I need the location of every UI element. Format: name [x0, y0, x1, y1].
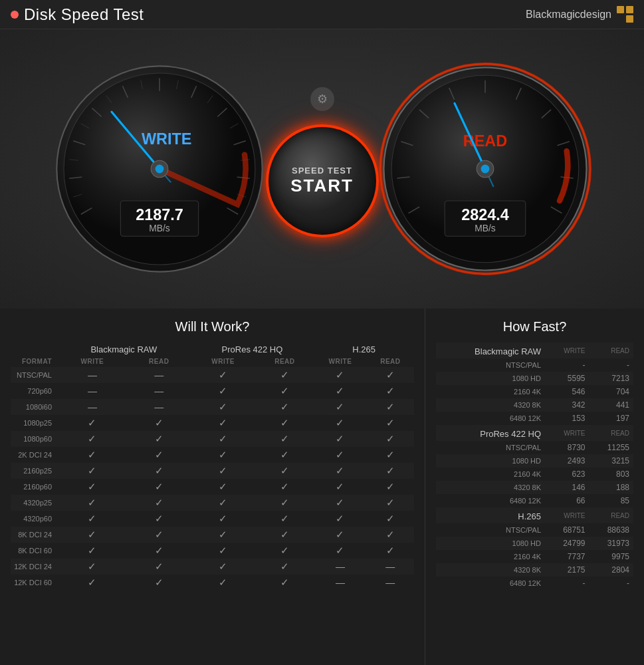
write-gauge: WRITE 2187.7 MB/s — [53, 63, 266, 275]
table-row: 2160 4K 546 704 — [436, 385, 633, 398]
start-label: START — [290, 176, 354, 196]
group-header-row: Blackmagic RAW WRITE READ — [436, 342, 633, 358]
how-fast-panel: How Fast? Blackmagic RAW WRITE READ NTSC… — [425, 309, 644, 665]
table-row: 2160p25 ✓✓ ✓✓ ✓✓ — [11, 463, 414, 479]
speed-test-label: SPEED TEST — [292, 166, 352, 176]
table-row: 4320p60 ✓✓ ✓✓ ✓✓ — [11, 511, 414, 527]
table-row: 4320p25 ✓✓ ✓✓ ✓✓ — [11, 495, 414, 511]
table-row: 2160p60 ✓✓ ✓✓ ✓✓ — [11, 479, 414, 495]
group-header-row: ProRes 422 HQ WRITE READ — [436, 425, 633, 441]
brand-name: Blackmagicdesign — [526, 9, 611, 21]
table-row: 4320 8K 342 441 — [436, 398, 633, 412]
brand-logo: Blackmagicdesign — [526, 6, 633, 23]
will-it-work-table: Blackmagic RAW ProRes 422 HQ H.265 FORMA… — [11, 342, 414, 591]
how-fast-table: Blackmagic RAW WRITE READ NTSC/PAL - - 1… — [436, 342, 633, 590]
svg-text:2187.7: 2187.7 — [136, 206, 183, 223]
table-row: 720p60 —— ✓✓ ✓✓ — [11, 383, 414, 399]
table-row: 12K DCI 24 ✓✓ ✓✓ —— — [11, 559, 414, 575]
read-gauge-svg: READ 2824.4 MB/s — [379, 63, 591, 275]
brand-sq-1 — [617, 6, 624, 13]
app-title: Disk Speed Test — [24, 5, 144, 24]
gauge-area: WRITE 2187.7 MB/s ⚙ SPEED TEST START — [0, 29, 644, 309]
bottom-section: Will It Work? Blackmagic RAW ProRes 422 … — [0, 309, 644, 665]
table-row: 1080p60 ✓✓ ✓✓ ✓✓ — [11, 431, 414, 447]
svg-text:2824.4: 2824.4 — [461, 206, 509, 223]
prores-header: ProRes 422 HQ — [191, 342, 314, 356]
table-row: 12K DCI 60 ✓✓ ✓✓ —— — [11, 575, 414, 591]
table-row: 1080 HD 5595 7213 — [436, 372, 633, 385]
brand-squares — [617, 6, 633, 23]
table-row: 4320 8K 146 188 — [436, 481, 633, 494]
close-button[interactable] — [11, 11, 19, 19]
svg-text:MB/s: MB/s — [149, 223, 170, 233]
table-row: 2K DCI 24 ✓✓ ✓✓ ✓✓ — [11, 447, 414, 463]
brand-sq-3 — [617, 15, 624, 23]
brand-sq-4 — [626, 15, 633, 23]
format-col-header: FORMAT — [11, 356, 57, 367]
svg-text:WRITE: WRITE — [141, 130, 191, 148]
braw-header: Blackmagic RAW — [57, 342, 191, 356]
will-it-work-title: Will It Work? — [11, 319, 414, 334]
table-row: 1080 HD 24799 31973 — [436, 537, 633, 550]
table-row: 1080 HD 2493 3215 — [436, 454, 633, 467]
brand-sq-2 — [626, 6, 633, 13]
table-row: 6480 12K 153 197 — [436, 412, 633, 425]
table-row: NTSC/PAL 68751 88638 — [436, 523, 633, 537]
read-gauge: READ 2824.4 MB/s — [379, 63, 591, 275]
start-button[interactable]: SPEED TEST START — [266, 124, 379, 237]
table-row: NTSC/PAL 8730 11255 — [436, 441, 633, 454]
h265-header: H.265 — [314, 342, 414, 356]
table-row: 2160 4K 623 803 — [436, 467, 633, 481]
table-row: 6480 12K - - — [436, 577, 633, 590]
table-row: 1080p25 ✓✓ ✓✓ ✓✓ — [11, 415, 414, 431]
write-gauge-svg: WRITE 2187.7 MB/s — [53, 63, 266, 275]
table-row: 4320 8K 2175 2804 — [436, 563, 633, 577]
group-header-row: H.265 WRITE READ — [436, 507, 633, 523]
will-it-work-panel: Will It Work? Blackmagic RAW ProRes 422 … — [0, 309, 425, 665]
table-row: NTSC/PAL —— ✓✓ ✓✓ — [11, 367, 414, 383]
table-row: 1080i60 —— ✓✓ ✓✓ — [11, 399, 414, 415]
table-row: 8K DCI 60 ✓✓ ✓✓ ✓✓ — [11, 543, 414, 559]
svg-text:MB/s: MB/s — [475, 223, 496, 233]
table-row: NTSC/PAL - - — [436, 358, 633, 372]
title-bar: Disk Speed Test Blackmagicdesign — [0, 0, 644, 29]
how-fast-title: How Fast? — [436, 319, 633, 334]
settings-icon[interactable]: ⚙ — [310, 87, 334, 111]
table-row: 8K DCI 24 ✓✓ ✓✓ ✓✓ — [11, 527, 414, 543]
table-row: 6480 12K 66 85 — [436, 494, 633, 507]
svg-point-50 — [481, 165, 489, 174]
svg-point-27 — [155, 165, 163, 174]
gauge-center: ⚙ SPEED TEST START — [266, 100, 379, 237]
table-row: 2160 4K 7737 9975 — [436, 550, 633, 563]
